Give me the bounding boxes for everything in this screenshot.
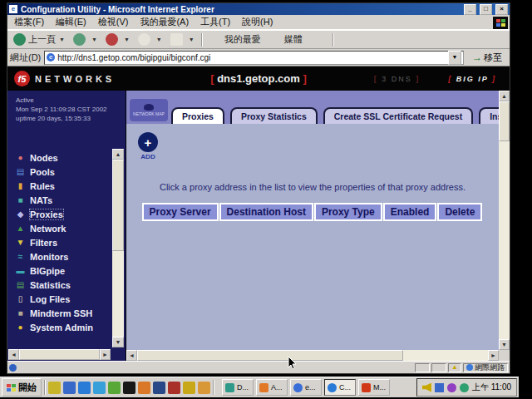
content-horizontal-scrollbar[interactable]: ◄ ►: [126, 350, 499, 361]
network-map-label: NETWORK MAP: [133, 111, 165, 116]
ql-outlook-icon[interactable]: [93, 382, 106, 394]
task-buttons: D... A... e... C...: [222, 379, 390, 396]
ql-mail-icon[interactable]: [168, 382, 180, 394]
ql-desktop-icon[interactable]: [63, 382, 76, 394]
address-combobox: e ▼: [44, 51, 464, 65]
add-button[interactable]: +: [138, 132, 158, 152]
taskbar-window-button-label: M...: [373, 383, 386, 392]
sidebar-item[interactable]: Mindterm SSH: [7, 306, 111, 320]
sidebar-item[interactable]: Log Files: [7, 292, 111, 306]
table-header-cell: Destination Host: [219, 203, 313, 221]
maximize-button[interactable]: □: [480, 4, 492, 15]
menu-item[interactable]: 檔案(F): [9, 15, 49, 29]
main-region: ActiveMon Sep 2 11:09:28 CST 2002uptime …: [7, 91, 510, 361]
f5-header: f5 NETWORKS [ dns1.getop.com ] [ 3 DNS ]…: [7, 66, 510, 91]
menu-item[interactable]: 工具(T): [195, 15, 235, 29]
table-header-cell: Delete: [437, 203, 482, 221]
go-button[interactable]: → 移至: [467, 51, 507, 64]
sidebar-item-label: BIGpipe: [30, 266, 65, 276]
menu-item[interactable]: 檢視(V): [93, 15, 134, 29]
captured-screen: e Configuration Utility - Microsoft Inte…: [0, 0, 532, 399]
pools-icon: [15, 167, 26, 176]
ql-media-icon[interactable]: [108, 382, 121, 394]
scroll-left-icon[interactable]: ◄: [126, 350, 137, 361]
bracket-right: ]: [492, 75, 496, 83]
tab[interactable]: Install SSL Certif: [479, 107, 499, 124]
ql-keys-icon[interactable]: [183, 382, 195, 394]
sidebar-item[interactable]: Statistics: [7, 278, 111, 292]
scroll-left-icon[interactable]: ◄: [8, 349, 19, 360]
address-input[interactable]: [57, 53, 446, 62]
menu-item[interactable]: 說明(H): [237, 15, 278, 29]
content-vertical-scrollbar[interactable]: ▲ ▼: [499, 91, 510, 350]
scroll-up-icon[interactable]: ▲: [112, 149, 124, 160]
toolbar-button[interactable]: [307, 31, 330, 48]
scrollbar-thumb[interactable]: [19, 349, 100, 360]
scrollbar-thumb[interactable]: [137, 350, 403, 361]
toolbar-button[interactable]: ▼: [134, 31, 166, 48]
tab[interactable]: Proxies: [171, 107, 224, 124]
network-map-button[interactable]: NETWORK MAP: [130, 99, 168, 121]
minimize-button[interactable]: _: [464, 4, 476, 15]
ql-ie-icon[interactable]: [78, 382, 91, 394]
taskbar-window-button[interactable]: M...: [358, 379, 390, 396]
display-icon[interactable]: [435, 383, 444, 392]
ql-pencil-icon[interactable]: [138, 382, 150, 394]
toolbar-button[interactable]: 我的最愛: [205, 31, 265, 48]
sidebar-item[interactable]: Monitors: [7, 249, 111, 264]
header-product-link[interactable]: [ 3 DNS ]: [374, 75, 421, 83]
sidebar-item[interactable]: Rules: [7, 179, 111, 193]
scroll-down-icon[interactable]: ▼: [112, 337, 124, 347]
address-dropdown-icon[interactable]: ▼: [448, 51, 461, 65]
scheduler-icon[interactable]: [447, 383, 456, 392]
scrollbar-corner: [499, 350, 510, 361]
ql-console-icon[interactable]: [123, 382, 135, 394]
sidebar-nav: Nodes Pools Rules: [7, 150, 111, 334]
taskbar-window-button[interactable]: A...: [256, 379, 288, 396]
scroll-right-icon[interactable]: ►: [488, 350, 499, 361]
toolbar-button[interactable]: 上一頁 ▼: [9, 31, 69, 48]
start-button[interactable]: 開始: [2, 378, 42, 397]
close-button[interactable]: ×: [495, 4, 508, 15]
menu-item[interactable]: 我的最愛(A): [135, 15, 194, 29]
taskbar-window-button[interactable]: e...: [290, 379, 322, 396]
taskbar-window-button[interactable]: C...: [324, 379, 356, 396]
ql-globe-icon[interactable]: [153, 382, 165, 394]
sidebar-item[interactable]: Network: [7, 221, 111, 235]
scrollbar-thumb[interactable]: [112, 160, 124, 251]
sidebar-horizontal-scrollbar[interactable]: ◄ ►: [8, 349, 111, 360]
sidebar-status-line: Active: [16, 96, 126, 105]
sidebar-item[interactable]: NATs: [7, 193, 111, 207]
sidebar-item[interactable]: Proxies: [7, 207, 111, 221]
toolbar-button[interactable]: [337, 31, 360, 48]
scroll-right-icon[interactable]: ►: [100, 349, 111, 360]
edit-icon: [387, 33, 400, 46]
toolbar-button[interactable]: ▼: [69, 31, 101, 48]
sidebar-item[interactable]: BIGpipe: [7, 264, 111, 278]
scroll-down-icon[interactable]: ▼: [499, 339, 510, 350]
network-map-icon: [144, 104, 154, 111]
toolbar-button[interactable]: 媒體: [265, 31, 307, 48]
taskbar-window-button[interactable]: D...: [222, 379, 254, 396]
tab[interactable]: Create SSL Certificate Request: [323, 107, 473, 124]
ql-folder-icon[interactable]: [48, 382, 61, 394]
volume-icon[interactable]: [422, 383, 431, 392]
scrollbar-thumb[interactable]: [499, 101, 510, 141]
sidebar-item[interactable]: Filters: [7, 235, 111, 249]
tab[interactable]: Proxy Statistics: [230, 107, 318, 124]
sidebar-vertical-scrollbar[interactable]: ▲ ▼: [112, 149, 124, 347]
toolbar-button[interactable]: [383, 31, 406, 48]
toolbar-button[interactable]: [360, 31, 383, 48]
header-product-link[interactable]: [ BIG IP ]: [448, 75, 496, 83]
sidebar-item[interactable]: System Admin: [7, 320, 111, 334]
sidebar-item[interactable]: Pools: [7, 165, 111, 179]
ql-arc-icon[interactable]: [198, 382, 210, 394]
sidebar-item[interactable]: Nodes: [7, 150, 111, 165]
toolbar-button[interactable]: ▼: [166, 31, 199, 48]
titlebar[interactable]: e Configuration Utility - Microsoft Inte…: [7, 3, 510, 15]
menu-item[interactable]: 編輯(E): [51, 15, 91, 29]
toolbar-button[interactable]: ▼: [101, 31, 134, 48]
taskbtn-red-icon: [362, 383, 371, 392]
scroll-up-icon[interactable]: ▲: [499, 91, 510, 101]
network-status-icon[interactable]: [460, 383, 469, 392]
